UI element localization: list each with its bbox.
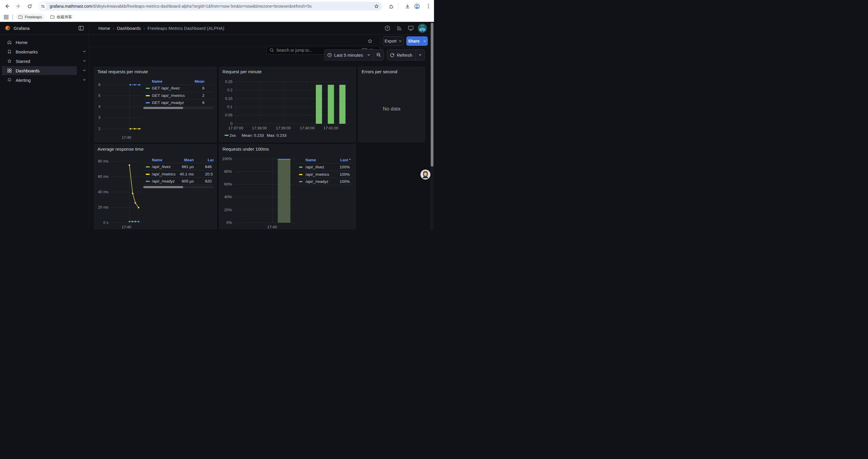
legend-col-name[interactable]: Name [152,79,162,84]
series-name[interactable]: GET /api/_/readyz [152,99,184,106]
sidebar-item-home[interactable]: Home [2,38,77,47]
grafana-logo[interactable] [5,25,11,32]
chart-area[interactable] [219,67,356,142]
grafana-flame-icon [5,25,11,31]
legend-col-mean[interactable]: Mean [195,79,205,84]
y-tick: 80% [219,169,232,174]
assistant-avatar-widget[interactable] [421,169,430,179]
legend-row[interactable]: GET /api/_/metrics 2 [143,92,214,99]
time-range-picker[interactable]: Last 5 minutes [324,50,373,60]
chevron-down-icon [423,40,426,43]
bookmark-folder-freeleaps[interactable]: Freeleaps [16,13,44,21]
back-button[interactable] [3,2,11,10]
rss-icon [397,26,402,31]
share-menu-button[interactable] [421,36,428,46]
series-name[interactable]: 2xx [229,133,236,138]
breadcrumb-dashboards[interactable]: Dashboards [117,26,141,31]
apps-button[interactable] [4,15,8,20]
brand-name: Grafana [13,26,30,31]
series-name[interactable]: /api/_/livez [306,164,324,171]
forward-button[interactable] [14,2,23,10]
bookmark-folder-blogs[interactable]: 收藏博客 [48,13,74,21]
sidebar-item-alerting[interactable]: Alerting [2,76,77,85]
y-tick: 0.1 [219,104,232,109]
series-swatch [224,135,229,136]
share-button[interactable]: Share [406,36,421,46]
legend-col-last[interactable]: Last * [208,157,214,163]
favorite-dashboard-button[interactable] [368,39,373,45]
series-swatch [299,181,303,182]
reload-button[interactable] [25,2,34,10]
mega-menu-toggle[interactable] [79,26,84,32]
breadcrumb-separator: › [141,26,148,31]
legend-scrollbar[interactable] [143,107,214,109]
legend-row[interactable]: /api/_/metrics 40.1 ms 20.5 ms [143,171,214,178]
legend-row[interactable]: GET /api/_/livez 6 [143,85,214,92]
legend-row[interactable]: /api/_/livez 661 µs 646 [143,163,214,170]
legend-col-name[interactable]: Name [306,157,316,163]
series-last: 100% [339,164,350,171]
breadcrumb-home[interactable]: Home [98,26,110,31]
sidebar-item-dashboards[interactable]: Dashboards [2,66,77,75]
sidebar-item-starred[interactable]: Starred [2,57,77,66]
legend-col-mean[interactable]: Mean [184,157,194,163]
series-name[interactable]: /api/_/metrics [306,171,329,178]
chevron-down-icon[interactable] [83,78,86,83]
news-button[interactable] [397,26,402,32]
y-tick: 60 ms [95,174,108,179]
x-tick: 17:40 [263,225,281,230]
folder-icon [50,15,55,19]
user-avatar[interactable] [418,24,427,34]
series-name[interactable]: /api/_/livez [152,163,171,170]
series-name[interactable]: /api/_/readyz [152,178,175,185]
site-settings-button[interactable] [39,2,47,10]
legend-col-name[interactable]: Name [152,157,162,163]
bookmark-page-button[interactable] [374,4,379,9]
x-tick: 17:37:00 [226,126,246,131]
series-name[interactable]: /api/_/metrics [152,171,176,178]
profile-button[interactable] [414,4,420,10]
sidebar-item-label: Home [16,40,28,45]
series-mean: 605 µs [182,178,194,185]
url-input[interactable]: grafana.mathmast.com/d/deytv4rwavabkb/fr… [50,4,374,8]
kebab-menu-icon [426,4,431,8]
legend-row[interactable]: /api/_/readyz 605 µs 620 [143,178,214,185]
y-tick: 60% [219,182,232,187]
chevron-down-icon[interactable] [83,59,86,64]
sidebar-item-bookmarks[interactable]: Bookmarks [2,47,77,56]
series-last: 100% [339,171,350,178]
export-button[interactable]: Export [383,36,404,46]
puzzle-icon [389,4,394,9]
series-name[interactable]: GET /api/_/livez [152,85,180,92]
chevron-down-icon[interactable] [83,49,86,54]
series-name[interactable]: GET /api/_/metrics [152,92,185,99]
legend-row[interactable]: /api/_/readyz 100% [297,178,352,185]
legend-row[interactable]: /api/_/metrics 100% [297,171,352,178]
browser-menu-button[interactable] [426,4,431,10]
toolbar-divider [380,38,380,44]
extensions-button[interactable] [389,4,394,10]
search-icon [270,48,274,52]
legend-row[interactable]: /api/_/livez 100% [297,164,352,171]
legend-col-last[interactable]: Last * [340,157,351,163]
chevron-down-icon[interactable] [83,68,86,73]
series-name[interactable]: /api/_/readyz [306,178,328,185]
legend-scrollbar[interactable] [143,186,214,188]
page-scrollbar-thumb[interactable] [431,23,433,167]
panel-toggle-icon [79,26,84,31]
zoom-out-button[interactable] [374,50,384,60]
url-bar[interactable]: grafana.mathmast.com/d/deytv4rwavabkb/fr… [38,2,382,11]
downloads-button[interactable] [405,4,410,10]
refresh-button[interactable]: Refresh [387,50,415,60]
panel-title[interactable]: Errors per second [362,69,397,74]
legend-row[interactable]: GET /api/_/readyz 6 [143,99,214,106]
toolbar-border [89,47,430,47]
sidebar-item-label: Dashboards [16,68,39,73]
display-button[interactable] [408,25,414,32]
app-window: grafana.mathmast.com/d/deytv4rwavabkb/fr… [0,0,434,230]
legend-table: Name Last * /api/_/livez 100% /api/_/met… [297,157,352,187]
help-button[interactable]: ? [385,25,390,32]
series-mean: 6 [202,99,205,106]
y-tick: 2 [95,126,100,131]
refresh-interval-button[interactable] [416,50,425,60]
